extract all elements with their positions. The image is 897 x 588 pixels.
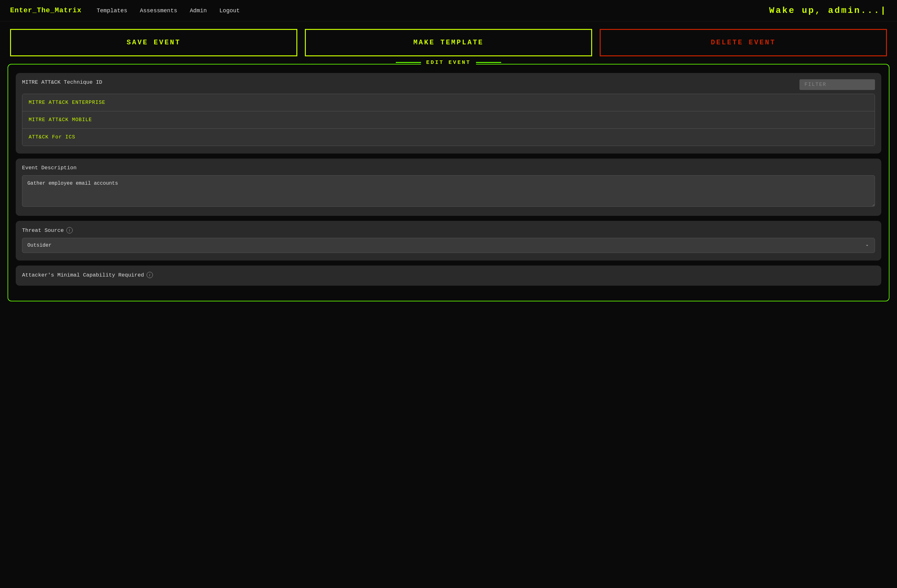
event-description-textarea[interactable] [22, 175, 875, 207]
nav-link-admin[interactable]: Admin [190, 8, 207, 14]
attacker-capability-info-icon[interactable]: i [147, 272, 153, 278]
save-event-button[interactable]: SAVE EVENT [10, 29, 297, 56]
title-line-right [476, 62, 501, 63]
mitre-filter-input[interactable] [799, 79, 875, 90]
event-description-panel: Event Description [16, 159, 881, 216]
make-template-button[interactable]: MAKE TEMPLATE [305, 29, 592, 56]
nav-links: Templates Assessments Admin Logout [96, 8, 769, 14]
edit-event-title: EDIT EVENT [421, 60, 476, 66]
mitre-item-enterprise[interactable]: MITRE ATT&CK ENTERPRISE [22, 94, 875, 111]
threat-source-panel: Threat Source i Outsider Insider Trusted… [16, 221, 881, 260]
nav-link-logout[interactable]: Logout [219, 8, 240, 14]
mitre-item-mobile[interactable]: MITRE ATT&CK MOBILE [22, 111, 875, 129]
action-bar: SAVE EVENT MAKE TEMPLATE DELETE EVENT [0, 21, 897, 64]
threat-source-select[interactable]: Outsider Insider Trusted Insider Privile… [22, 238, 875, 253]
navbar: Enter_The_Matrix Templates Assessments A… [0, 0, 897, 21]
nav-link-templates[interactable]: Templates [96, 8, 127, 14]
threat-source-label-text: Threat Source [22, 227, 64, 233]
title-line-left [396, 62, 421, 63]
threat-source-label-row: Threat Source i [22, 227, 875, 233]
delete-event-button[interactable]: DELETE EVENT [600, 29, 887, 56]
mitre-header: MITRE ATT&CK Technique ID [22, 79, 875, 90]
mitre-item-ics[interactable]: ATT&CK For ICS [22, 129, 875, 145]
mitre-list: MITRE ATT&CK ENTERPRISE MITRE ATT&CK MOB… [22, 94, 875, 146]
nav-brand[interactable]: Enter_The_Matrix [10, 7, 81, 14]
attacker-capability-label-row: Attacker's Minimal Capability Required i [22, 272, 875, 278]
nav-link-assessments[interactable]: Assessments [140, 8, 177, 14]
edit-event-wrapper: EDIT EVENT MITRE ATT&CK Technique ID MIT… [8, 64, 889, 302]
mitre-panel: MITRE ATT&CK Technique ID MITRE ATT&CK E… [16, 73, 881, 153]
event-description-label: Event Description [22, 165, 875, 171]
edit-event-title-bar: EDIT EVENT [8, 60, 889, 66]
threat-source-info-icon[interactable]: i [66, 227, 73, 233]
attacker-capability-label-text: Attacker's Minimal Capability Required [22, 272, 144, 278]
mitre-label: MITRE ATT&CK Technique ID [22, 79, 102, 85]
attacker-capability-panel: Attacker's Minimal Capability Required i [16, 265, 881, 286]
nav-tagline: Wake up, admin...| [769, 6, 887, 15]
